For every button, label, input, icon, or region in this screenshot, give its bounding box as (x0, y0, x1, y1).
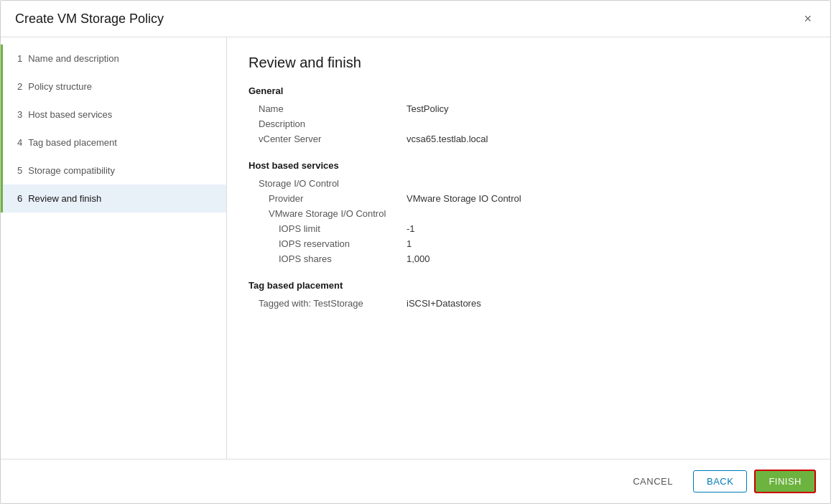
sidebar-item-tag-based[interactable]: 4 Tag based placement (1, 129, 226, 157)
row-vcenter: vCenter Server vcsa65.testlab.local (249, 134, 809, 144)
label-description: Description (249, 118, 407, 129)
row-storage-io-label: Storage I/O Control (249, 178, 809, 189)
sidebar-item-label-5: Storage compatibility (28, 165, 115, 176)
cancel-button[interactable]: CANCEL (620, 471, 686, 492)
sidebar-item-label-3: Host based services (28, 109, 112, 120)
section-tag-based-header: Tag based placement (249, 280, 809, 291)
value-iops-limit: -1 (407, 223, 809, 234)
sidebar-item-storage-compatibility[interactable]: 5 Storage compatibility (1, 157, 226, 185)
label-tagged-with: Tagged with: TestStorage (249, 298, 407, 309)
value-tagged-with: iSCSI+Datastores (407, 298, 809, 309)
row-iops-reservation: IOPS reservation 1 (249, 238, 809, 249)
dialog-body: 1 Name and description 2 Policy structur… (1, 37, 830, 459)
step-4-num: 4 (17, 137, 22, 148)
value-iops-shares: 1,000 (407, 253, 809, 264)
sidebar-item-policy-structure[interactable]: 2 Policy structure (1, 73, 226, 101)
step-6-num: 6 (17, 193, 22, 204)
value-name: TestPolicy (407, 103, 809, 114)
row-provider: Provider VMware Storage IO Control (249, 193, 809, 204)
finish-button[interactable]: FINISH (754, 470, 816, 493)
sidebar: 1 Name and description 2 Policy structur… (1, 37, 227, 459)
label-name: Name (249, 103, 407, 114)
row-iops-limit: IOPS limit -1 (249, 223, 809, 234)
label-vcenter: vCenter Server (249, 134, 407, 144)
value-iops-reservation: 1 (407, 238, 809, 249)
row-vmware-sioc: VMware Storage I/O Control (249, 208, 809, 219)
value-provider: VMware Storage IO Control (407, 193, 809, 204)
section-host-based-header: Host based services (249, 160, 809, 171)
step-5-num: 5 (17, 165, 22, 176)
step-1-num: 1 (17, 53, 22, 64)
label-iops-shares: IOPS shares (249, 253, 407, 264)
back-button[interactable]: BACK (693, 470, 747, 493)
step-3-num: 3 (17, 109, 22, 120)
step-2-num: 2 (17, 81, 22, 92)
row-name: Name TestPolicy (249, 103, 809, 114)
create-vm-storage-policy-dialog: Create VM Storage Policy × 1 Name and de… (0, 0, 831, 504)
close-button[interactable]: × (799, 11, 816, 27)
sidebar-item-label-4: Tag based placement (28, 137, 117, 148)
dialog-header: Create VM Storage Policy × (1, 1, 830, 37)
section-general-header: General (249, 85, 809, 96)
sidebar-item-label-1: Name and description (28, 53, 119, 64)
sidebar-item-name-description[interactable]: 1 Name and description (1, 45, 226, 73)
label-iops-reservation: IOPS reservation (249, 238, 407, 249)
dialog-title: Create VM Storage Policy (15, 11, 164, 27)
row-tagged-with: Tagged with: TestStorage iSCSI+Datastore… (249, 298, 809, 309)
label-provider: Provider (249, 193, 407, 204)
value-vcenter: vcsa65.testlab.local (407, 134, 809, 144)
label-vmware-sioc: VMware Storage I/O Control (249, 208, 407, 219)
main-content: Review and finish General Name TestPolic… (227, 37, 830, 459)
page-title: Review and finish (249, 55, 809, 71)
label-storage-io: Storage I/O Control (249, 178, 407, 189)
sidebar-item-review-finish[interactable]: 6 Review and finish (1, 185, 226, 213)
sidebar-item-label-2: Policy structure (28, 81, 92, 92)
sidebar-item-host-based[interactable]: 3 Host based services (1, 101, 226, 129)
sidebar-item-label-6: Review and finish (28, 193, 101, 204)
row-description: Description (249, 118, 809, 129)
dialog-footer: CANCEL BACK FINISH (1, 459, 830, 503)
row-iops-shares: IOPS shares 1,000 (249, 253, 809, 264)
label-iops-limit: IOPS limit (249, 223, 407, 234)
